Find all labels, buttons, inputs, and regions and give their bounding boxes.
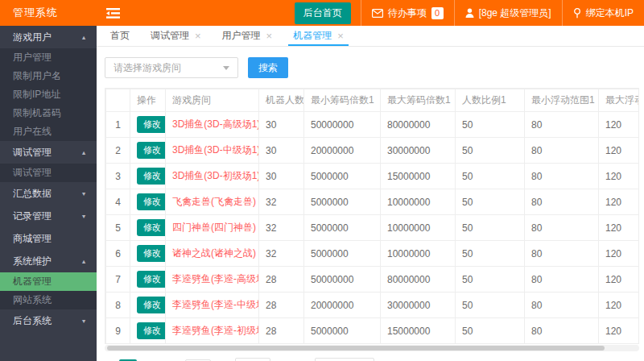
game-room-cell: 3D捕鱼(3D-初级场1) — [166, 164, 259, 189]
page-content: 请选择游戏房间 搜索 操作游戏房间机器人数量最小筹码倍数1最大筹码倍数1人数比例… — [97, 47, 644, 361]
close-icon[interactable]: × — [195, 31, 201, 41]
backstage-home-button[interactable]: 后台首页 — [295, 2, 351, 24]
confirm-button[interactable]: 确定 — [235, 358, 270, 361]
min-float-cell: 80 — [525, 138, 599, 164]
robot-count-cell: 28 — [259, 267, 304, 293]
game-room-cell: 李逵劈鱼(李逵-高级场1) — [166, 267, 259, 293]
todo-badge: 0 — [431, 7, 444, 19]
sidebar-item-label: 机器管理 — [13, 275, 52, 288]
app-title: 管理系统 — [0, 0, 97, 26]
close-icon[interactable]: × — [266, 31, 273, 41]
edit-button[interactable]: 修改 — [137, 271, 166, 288]
min-float-cell: 80 — [525, 318, 599, 344]
min-chip-cell: 50000000 — [304, 112, 381, 138]
sidebar-item-10[interactable]: 记录管理 ▼ — [0, 205, 97, 227]
machine-table: 操作游戏房间机器人数量最小筹码倍数1最大筹码倍数1人数比例1最小浮动范围1最大浮… — [105, 88, 639, 344]
tab-1[interactable]: 首页 — [100, 26, 140, 46]
tab-3[interactable]: 用户管理 × — [212, 26, 283, 46]
search-button[interactable]: 搜索 — [248, 57, 288, 78]
edit-button[interactable]: 修改 — [137, 193, 166, 210]
edit-button[interactable]: 修改 — [137, 245, 166, 262]
min-chip-cell: 5000000 — [304, 241, 381, 267]
min-chip-cell: 20000000 — [304, 138, 381, 164]
max-chip-cell: 10000000 — [381, 215, 456, 241]
tab-label: 机器管理 — [293, 29, 332, 43]
min-float-cell: 80 — [525, 267, 599, 293]
sidebar-item-14[interactable]: 网站系统 — [0, 291, 97, 309]
robot-count-cell: 30 — [259, 138, 304, 164]
sidebar-item-8[interactable]: 调试管理 — [0, 164, 97, 182]
sidebar-item-5[interactable]: 限制机器码 — [0, 104, 97, 122]
robot-count-cell: 32 — [259, 241, 304, 267]
min-chip-cell: 5000000 — [304, 318, 381, 344]
user-menu-item[interactable]: [8ge 超级管理员] — [454, 0, 562, 26]
sidebar-item-1[interactable]: 游戏用户 ▲ — [0, 26, 97, 48]
min-chip-cell: 5000000 — [304, 215, 381, 241]
bind-ip-menu-item[interactable]: 绑定本机IP — [562, 0, 644, 26]
chevron-down-icon — [223, 66, 229, 70]
max-chip-cell: 10000000 — [381, 189, 456, 215]
row-index: 8 — [106, 293, 130, 318]
column-header-5: 最小筹码倍数1 — [304, 89, 381, 112]
min-chip-cell: 50000000 — [304, 267, 381, 293]
todo-label: 待办事项 — [388, 6, 427, 20]
tab-2[interactable]: 调试管理 × — [140, 26, 212, 46]
ratio-cell: 50 — [456, 138, 525, 164]
max-chip-cell: 30000000 — [381, 293, 456, 318]
edit-button[interactable]: 修改 — [137, 168, 166, 185]
sidebar-item-9[interactable]: 汇总数据 ▼ — [0, 182, 97, 205]
robot-count-cell: 32 — [259, 215, 304, 241]
game-room-cell: 四门神兽(四门神兽) — [166, 215, 259, 241]
sidebar-item-6[interactable]: 用户在线 — [0, 122, 97, 141]
sidebar-item-11[interactable]: 商城管理 — [0, 227, 97, 250]
row-index: 1 — [106, 112, 130, 138]
horizontal-scrollbar[interactable] — [105, 345, 639, 351]
max-chip-cell: 15000000 — [381, 164, 456, 189]
envelope-icon — [372, 9, 383, 18]
edit-button[interactable]: 修改 — [137, 322, 166, 339]
sidebar-item-3[interactable]: 限制用户名 — [0, 67, 97, 85]
ratio-cell: 50 — [456, 318, 525, 344]
sidebar-item-2[interactable]: 用户管理 — [0, 48, 97, 67]
game-room-cell: 3D捕鱼(3D-高级场1) — [166, 112, 259, 138]
select-placeholder: 请选择游戏房间 — [114, 61, 181, 75]
table-header-row: 操作游戏房间机器人数量最小筹码倍数1最大筹码倍数1人数比例1最小浮动范围1最大浮… — [106, 89, 640, 112]
pagination: ‹ 1 › 到第 页 确定 共 9 条 10 条/页 ∨ — [105, 358, 644, 361]
game-room-select[interactable]: 请选择游戏房间 — [105, 57, 238, 78]
page-size-select[interactable]: 10 条/页 ∨ — [315, 358, 374, 361]
ratio-cell: 50 — [456, 241, 525, 267]
chevron-icon: ▼ — [80, 317, 86, 324]
close-icon[interactable]: × — [337, 31, 344, 41]
bind-ip-label: 绑定本机IP — [586, 6, 634, 20]
max-chip-cell: 10000000 — [381, 241, 456, 267]
tab-4[interactable]: 机器管理 × — [283, 26, 354, 46]
sidebar-item-label: 限制IP地址 — [13, 88, 60, 102]
sidebar-item-12[interactable]: 系统维护 ▲ — [0, 250, 97, 272]
column-header-3: 游戏房间 — [166, 89, 259, 112]
edit-button[interactable]: 修改 — [137, 297, 166, 313]
todo-menu-item[interactable]: 待办事项 0 — [361, 0, 454, 26]
table-row: 2 修改 3D捕鱼(3D-中级场1) 30 20000000 30000000 … — [106, 138, 640, 164]
max-chip-cell: 80000000 — [381, 267, 456, 293]
column-header-8: 最小浮动范围1 — [525, 89, 599, 112]
max-chip-cell: 15000000 — [381, 318, 456, 344]
sidebar-item-4[interactable]: 限制IP地址 — [0, 85, 97, 104]
search-toolbar: 请选择游戏房间 搜索 — [105, 57, 644, 78]
menu-collapse-icon[interactable] — [106, 8, 120, 19]
table-row: 9 修改 李逵劈鱼(李逵-初级场1) 28 5000000 15000000 5… — [106, 318, 640, 344]
edit-button[interactable]: 修改 — [137, 116, 166, 133]
chevron-icon: ▼ — [80, 213, 86, 219]
topbar: 后台首页 待办事项 0 [8ge — [97, 0, 644, 26]
edit-button[interactable]: 修改 — [137, 219, 166, 236]
sidebar-item-15[interactable]: 后台系统 ▼ — [0, 309, 97, 332]
ratio-cell: 50 — [456, 189, 525, 215]
row-index: 6 — [106, 241, 130, 267]
max-float-cell: 120 — [599, 318, 640, 344]
sidebar-item-label: 网站系统 — [13, 293, 52, 307]
sidebar-item-13[interactable]: 机器管理 — [0, 272, 97, 291]
edit-button[interactable]: 修改 — [137, 142, 166, 159]
scrollbar-thumb[interactable] — [107, 346, 605, 351]
sidebar-item-7[interactable]: 调试管理 ▲ — [0, 141, 97, 164]
max-chip-cell: 80000000 — [381, 112, 456, 138]
ratio-cell: 50 — [456, 215, 525, 241]
